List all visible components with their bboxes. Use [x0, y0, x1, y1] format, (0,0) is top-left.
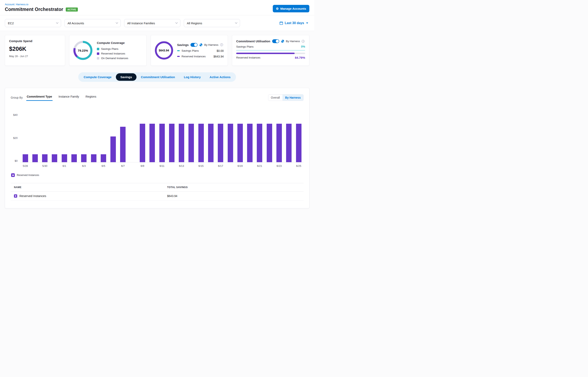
- savings-plans-amount: $0.00: [217, 49, 224, 52]
- bar-6/6[interactable]: [108, 113, 118, 162]
- date-range-picker[interactable]: Last 30 days: [279, 21, 309, 25]
- harness-logo-icon: [281, 40, 284, 43]
- tab-log-history[interactable]: Log History: [179, 73, 205, 81]
- group-by-row: Group By Commitment Type Instance Family…: [11, 94, 303, 101]
- utilisation-by-harness-toggle[interactable]: [272, 39, 279, 43]
- manage-accounts-label: Manage Accounts: [280, 7, 306, 10]
- utilisation-title: Commitment Utilisation: [236, 39, 270, 43]
- bar-6/10[interactable]: [147, 113, 157, 162]
- savings-table: NAME TOTAL SAVINGS Reserved Instances $6…: [11, 183, 303, 200]
- y-axis: $40 $20 $0: [11, 113, 21, 162]
- bar-6/16[interactable]: [206, 113, 216, 162]
- group-tab-instance-family[interactable]: Instance Family: [58, 94, 80, 101]
- accounts-select[interactable]: All Accounts: [65, 19, 121, 27]
- legend-reserved-instances: Reserved Instances: [97, 52, 128, 55]
- bar-6/22[interactable]: [265, 113, 274, 162]
- bar-6/19[interactable]: 6/19: [235, 113, 245, 162]
- view-option-overall[interactable]: Overall: [268, 94, 282, 101]
- bar-6/7[interactable]: 6/7: [118, 113, 128, 162]
- instance-families-select-value: All Instance Families: [127, 22, 155, 25]
- bar-5/28[interactable]: 5/28: [21, 113, 30, 162]
- reserved-instances-utilisation-pct: 84.79%: [295, 56, 305, 59]
- manage-accounts-button[interactable]: ⚙ Manage Accounts: [273, 5, 309, 12]
- x-tick-label: 6/7: [121, 165, 125, 167]
- bar-6/24[interactable]: [284, 113, 294, 162]
- bar-6/8[interactable]: [128, 113, 137, 162]
- bar-6/13[interactable]: 6/13: [177, 113, 187, 162]
- info-icon[interactable]: i: [220, 43, 223, 46]
- x-tick-label: 6/25: [296, 165, 301, 167]
- bar-6/5[interactable]: 6/5: [99, 113, 108, 162]
- tab-commitment-utilisation[interactable]: Commitment Utilisation: [136, 73, 179, 81]
- x-tick-label: 6/11: [160, 165, 164, 167]
- tab-savings[interactable]: Savings: [116, 73, 136, 81]
- savings-row-savings-plans: Savings Plans $0.00: [177, 49, 224, 52]
- bar-5/30[interactable]: 5/30: [40, 113, 50, 162]
- group-tab-commitment-type[interactable]: Commitment Type: [26, 94, 52, 101]
- regions-select[interactable]: All Regions: [184, 19, 240, 27]
- bar-6/3[interactable]: 6/3: [79, 113, 89, 162]
- bar-6/15[interactable]: 6/15: [196, 113, 206, 162]
- bar-6/23[interactable]: 6/23: [274, 113, 284, 162]
- x-tick-label: 6/5: [101, 165, 105, 167]
- bar-6/11[interactable]: 6/11: [157, 113, 167, 162]
- harness-logo-icon: [199, 43, 202, 46]
- bar-6/9[interactable]: 6/9: [137, 113, 147, 162]
- savings-title: Savings: [177, 43, 189, 47]
- teal-pill-marker: [177, 50, 180, 51]
- bar-6/21[interactable]: 6/21: [255, 113, 265, 162]
- savings-row-reserved-instances: Reserved Instances $643.94: [177, 55, 224, 58]
- info-icon[interactable]: i: [302, 40, 305, 43]
- reserved-instances-checkbox[interactable]: [11, 173, 15, 177]
- utilisation-by-harness-label: By Harness: [286, 40, 300, 43]
- group-tab-regions[interactable]: Regions: [85, 94, 97, 101]
- bar-6/20[interactable]: [245, 113, 255, 162]
- summary-cards: Compute Spend $206K May 28 - Jun 27 79.2…: [0, 31, 314, 66]
- date-range-value: Last 30 days: [285, 21, 304, 25]
- chevron-down-icon: [116, 22, 118, 24]
- bar-6/12[interactable]: [167, 113, 177, 162]
- utilisation-bar-fill-1: [236, 53, 295, 54]
- accounts-select-value: All Accounts: [67, 22, 84, 25]
- x-tick-label: 6/9: [141, 165, 144, 167]
- chart-legend-label: Reserved Instances: [17, 174, 39, 177]
- tab-active-actions[interactable]: Active Actions: [205, 73, 235, 81]
- caret-down-icon: [306, 23, 308, 24]
- calendar-icon: [279, 21, 283, 25]
- teal-swatch: [97, 48, 99, 50]
- x-tick-label: 6/1: [63, 165, 66, 167]
- x-tick-label: 6/15: [199, 165, 204, 167]
- utilisation-savings-plans-row: Savings Plans 0%: [236, 45, 305, 48]
- gear-icon: ⚙: [276, 7, 279, 10]
- legend-savings-plans: Savings Plans: [97, 47, 128, 50]
- account-link[interactable]: Account: Harness.io: [5, 3, 28, 6]
- service-select[interactable]: EC2: [5, 19, 61, 27]
- bar-6/1[interactable]: 6/1: [59, 113, 69, 162]
- compute-coverage-card: 79.23% Compute Coverage Savings Plans Re…: [69, 35, 147, 66]
- bar-6/18[interactable]: [225, 113, 235, 162]
- y-tick: $0: [11, 159, 18, 162]
- bar-6/14[interactable]: [187, 113, 196, 162]
- tab-compute-coverage[interactable]: Compute Coverage: [79, 73, 116, 81]
- instance-families-select[interactable]: All Instance Families: [124, 19, 180, 27]
- bar-5/29[interactable]: [30, 113, 40, 162]
- table-row: Reserved Instances $643.94: [11, 191, 303, 200]
- savings-donut: $643.94: [155, 41, 173, 59]
- x-tick-label: 6/19: [238, 165, 243, 167]
- savings-bar-chart: $40 $20 $0 5/285/306/16/36/56/76/96/116/…: [11, 113, 303, 169]
- compute-spend-value: $206K: [9, 46, 61, 52]
- bar-chart-plot: 5/285/306/16/36/56/76/96/116/136/156/176…: [21, 113, 303, 162]
- bar-6/4[interactable]: [89, 113, 99, 162]
- view-option-by-harness[interactable]: By Harness: [282, 94, 303, 101]
- page-header: Account: Harness.io Commitment Orchestra…: [0, 0, 314, 15]
- bar-5/31[interactable]: [50, 113, 59, 162]
- header-left: Account: Harness.io Commitment Orchestra…: [5, 2, 78, 12]
- row-name: Reserved Instances: [19, 194, 46, 198]
- bar-6/17[interactable]: 6/17: [216, 113, 225, 162]
- chevron-down-icon: [235, 22, 237, 24]
- savings-plans-utilisation-pct: 0%: [301, 45, 305, 48]
- chevron-down-icon: [56, 22, 58, 24]
- bar-6/25[interactable]: 6/25: [294, 113, 303, 162]
- savings-by-harness-toggle[interactable]: [190, 43, 198, 47]
- bar-6/2[interactable]: [69, 113, 79, 162]
